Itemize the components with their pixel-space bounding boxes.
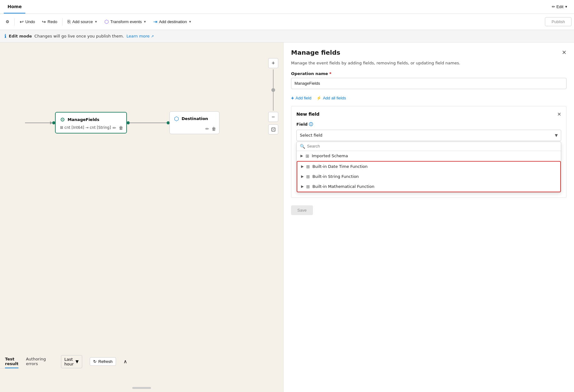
search-box: 🔍 [297, 142, 561, 151]
edit-dest-button[interactable]: ✏ [205, 126, 209, 131]
zoom-in-button[interactable]: + [268, 58, 278, 68]
expand-icon: ▶ [300, 154, 303, 158]
canvas[interactable]: + − ⊡ [0, 43, 283, 392]
grid-icon-math: ⊞ [306, 184, 310, 189]
right-panel: Manage fields ✕ Manage the event fields … [283, 43, 574, 392]
tab-test-result[interactable]: Test result [5, 355, 18, 368]
time-range-select[interactable]: Last hour ▼ [61, 355, 82, 368]
time-chevron-icon: ▼ [76, 359, 79, 364]
lightning-icon: ⚡ [316, 96, 321, 100]
operation-name-label: Operation name * [291, 71, 566, 76]
add-all-fields-button[interactable]: ⚡ Add all fields [316, 96, 346, 100]
edit-chevron-icon: ▼ [565, 5, 568, 8]
highlighted-section: ▶ ⊞ Built-in Date Time Function ▶ ⊞ Buil… [297, 161, 561, 192]
settings-button[interactable]: ⚙ [3, 18, 13, 26]
refresh-button[interactable]: ↻ Refresh [90, 357, 116, 366]
manage-fields-icon: ⚙ [60, 116, 65, 123]
operation-name-section: Operation name * [284, 71, 574, 94]
plus-icon: + [291, 95, 294, 101]
node-header: ⚙ ManageFields [60, 116, 122, 123]
home-tab[interactable]: Home [4, 0, 25, 13]
top-tab-bar: Home ✏ Edit ▼ [0, 0, 574, 14]
expand-icon-math: ▶ [301, 184, 304, 188]
transform-icon: ⬡ [104, 19, 109, 25]
field-dropdown[interactable]: Select field ▼ 🔍 ▶ ⊞ Imported Schema [296, 130, 561, 193]
refresh-icon: ↻ [93, 359, 97, 364]
expand-icon-string: ▶ [301, 174, 304, 178]
table-icon: ⊞ [60, 125, 63, 130]
dropdown-item-math[interactable]: ▶ ⊞ Built-in Mathematical Function [297, 182, 560, 192]
add-destination-icon: ⇥ [153, 19, 157, 25]
edit-button[interactable]: ✏ Edit ▼ [549, 3, 570, 10]
panel-description: Manage the event fields by adding fields… [284, 60, 574, 71]
new-field-section: New field ✕ Field ⓘ Select field ▼ 🔍 [291, 106, 566, 198]
delete-dest-button[interactable]: 🗑 [212, 126, 216, 131]
dropdown-list: 🔍 ▶ ⊞ Imported Schema ▶ ⊞ [296, 142, 561, 193]
node-actions: ✏ 🗑 [113, 125, 123, 130]
redo-icon: ↪ [42, 19, 46, 25]
add-field-button[interactable]: + Add field [291, 95, 311, 101]
add-destination-chevron: ▼ [189, 20, 192, 23]
pipeline-area: ⚙ ManageFields ⊞ cnt [Int64] → cnt [Stri… [25, 111, 219, 134]
undo-icon: ↩ [20, 19, 24, 25]
undo-button[interactable]: ↩ Undo [17, 17, 38, 27]
add-source-icon: ⎘ [68, 19, 71, 25]
add-source-button[interactable]: ⎘ Add source ▼ [64, 17, 101, 27]
transform-chevron: ▼ [144, 20, 147, 23]
divider2 [62, 18, 63, 26]
scroll-indicator [132, 387, 151, 389]
transform-events-button[interactable]: ⬡ Transform events ▼ [101, 17, 150, 27]
bottom-tabs: Test result Authoring errors Last hour ▼… [0, 355, 10, 369]
edit-mode-banner: ℹ Edit mode Changes will go live once yo… [0, 30, 574, 43]
manage-fields-node[interactable]: ⚙ ManageFields ⊞ cnt [Int64] → cnt [Stri… [55, 112, 127, 133]
panel-close-button[interactable]: ✕ [562, 49, 566, 56]
external-link-icon: ↗ [151, 34, 154, 38]
delete-node-button[interactable]: 🗑 [119, 125, 123, 130]
panel-title: Manage fields [291, 49, 340, 56]
grid-icon: ⊞ [305, 153, 309, 158]
dropdown-item-imported-schema[interactable]: ▶ ⊞ Imported Schema [297, 151, 561, 161]
operation-name-input[interactable] [291, 78, 566, 89]
select-field-trigger[interactable]: Select field ▼ [296, 130, 561, 141]
destination-icon: ⬡ [174, 115, 179, 122]
new-field-header: New field ✕ [296, 111, 561, 117]
dropdown-chevron: ▼ [555, 133, 558, 138]
destination-node[interactable]: ⬡ Destination ✏ 🗑 [169, 111, 219, 134]
settings-icon: ⚙ [6, 19, 9, 24]
add-destination-button[interactable]: ⇥ Add destination ▼ [150, 17, 195, 27]
collapse-button[interactable]: ∧ [123, 359, 127, 364]
new-field-title: New field [296, 112, 320, 117]
connection-line [129, 123, 167, 123]
learn-more-link[interactable]: Learn more ↗ [126, 34, 154, 38]
main-area: + − ⊡ [0, 43, 574, 392]
canvas-controls: + − ⊡ [268, 58, 278, 134]
edit-node-button[interactable]: ✏ [113, 125, 116, 130]
toolbar: ⚙ ↩ Undo ↪ Redo ⎘ Add source ▼ ⬡ Transfo… [0, 14, 574, 30]
fit-view-button[interactable]: ⊡ [268, 124, 278, 134]
edit-pencil-icon: ✏ [552, 4, 555, 9]
zoom-connector [268, 69, 278, 111]
left-connector [25, 121, 53, 124]
redo-button[interactable]: ↪ Redo [39, 17, 60, 27]
dest-actions: ✏ 🗑 [205, 126, 216, 131]
publish-button[interactable]: Publish [545, 17, 571, 26]
dropdown-item-datetime[interactable]: ▶ ⊞ Built-in Date Time Function [297, 162, 560, 172]
save-button[interactable]: Save [291, 205, 313, 215]
grid-icon-string: ⊞ [306, 174, 310, 179]
grid-icon-datetime: ⊞ [306, 164, 310, 169]
expand-icon-datetime: ▶ [301, 164, 304, 168]
add-field-bar: + Add field ⚡ Add all fields [284, 94, 574, 106]
divider [14, 18, 15, 26]
add-source-chevron: ▼ [94, 20, 98, 23]
field-label: Field ⓘ [296, 122, 561, 127]
zoom-out-button[interactable]: − [268, 112, 278, 122]
dropdown-item-string[interactable]: ▶ ⊞ Built-in String Function [297, 172, 560, 182]
panel-header: Manage fields ✕ [284, 43, 574, 60]
field-info-icon: ⓘ [309, 122, 313, 127]
dest-header: ⬡ Destination [174, 115, 215, 122]
info-icon: ℹ [4, 33, 6, 39]
search-input[interactable] [307, 144, 558, 148]
search-icon: 🔍 [300, 144, 305, 149]
tab-authoring-errors[interactable]: Authoring errors [26, 355, 46, 368]
new-field-close-button[interactable]: ✕ [557, 111, 561, 117]
